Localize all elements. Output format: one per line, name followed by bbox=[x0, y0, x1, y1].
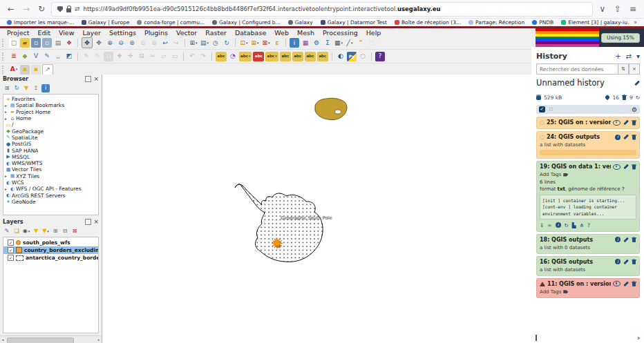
drag-items-icon[interactable]: ∷ bbox=[549, 106, 553, 112]
back-button[interactable]: ← bbox=[6, 4, 17, 14]
add-selected-layers-icon[interactable]: ⊞ bbox=[3, 84, 11, 92]
history-item[interactable]: ◌ 18: QGIS outputs bbox=[536, 234, 640, 254]
undo-icon[interactable]: ↶ bbox=[187, 52, 197, 61]
new-print-layout-icon[interactable]: ▤ bbox=[53, 38, 63, 48]
collapse-all-layers-icon[interactable]: ⊟ bbox=[61, 227, 69, 235]
bookmarks-overflow-icon[interactable]: » bbox=[634, 19, 637, 26]
label-stop-icon[interactable]: abc bbox=[253, 52, 264, 61]
new-shapefile-layer-icon[interactable]: V bbox=[31, 52, 41, 61]
delete-dataset-icon[interactable] bbox=[632, 135, 636, 140]
layer-checkbox[interactable] bbox=[8, 255, 14, 261]
display-dataset-icon[interactable] bbox=[613, 281, 621, 286]
bookmark-item[interactable]: Element [3] | galaxy-iu... bbox=[561, 19, 629, 26]
zoom-to-selection-icon[interactable]: ⊙ bbox=[138, 38, 148, 48]
link-icon[interactable]: ∞ bbox=[547, 222, 551, 228]
edit-attributes-icon[interactable] bbox=[623, 120, 628, 125]
menu-item[interactable]: Vector bbox=[172, 29, 201, 37]
switch-history-icon[interactable]: ⇄ bbox=[626, 52, 632, 60]
menu-item[interactable]: View bbox=[55, 29, 79, 37]
open-project-icon[interactable]: ▰ bbox=[20, 38, 30, 48]
pin-labels-icon[interactable]: abc bbox=[265, 52, 278, 61]
osm-search-icon[interactable]: ◌ bbox=[358, 52, 368, 61]
cut-features-icon[interactable]: ✂ bbox=[148, 52, 158, 61]
refresh-map-icon[interactable]: ↻ bbox=[222, 38, 231, 48]
display-dataset-icon[interactable] bbox=[615, 259, 621, 264]
labeling-options-icon[interactable]: abc bbox=[239, 52, 252, 61]
scroll-right-icon[interactable]: ▸ bbox=[96, 337, 102, 342]
toolbar-handle[interactable] bbox=[2, 39, 6, 47]
expand-panel-icon[interactable]: › bbox=[637, 334, 640, 342]
browser-tree-item[interactable]: ▶ MSSQL bbox=[3, 154, 98, 160]
delete-dataset-icon[interactable] bbox=[632, 120, 636, 126]
layers-hscrollbar[interactable]: ◂ ▸ bbox=[0, 335, 102, 343]
edit-attributes-icon[interactable] bbox=[623, 259, 628, 264]
bookmark-item[interactable]: Boîte de réception (3... bbox=[395, 19, 461, 26]
library-icon[interactable]: ⇪ bbox=[612, 4, 623, 14]
identify-features-icon[interactable]: i bbox=[290, 38, 299, 48]
browser-tree-item[interactable]: ▭ / bbox=[3, 121, 98, 128]
paste-features-icon[interactable]: ▭ bbox=[170, 52, 180, 61]
delete-selected-icon[interactable]: ⊟ bbox=[137, 52, 146, 61]
zoom-next-icon[interactable]: ↪ bbox=[171, 38, 181, 48]
new-history-icon[interactable]: + bbox=[615, 52, 621, 60]
history-item-title[interactable]: 25: QGIS on : version.txt bbox=[547, 119, 611, 126]
edit-attributes-icon[interactable] bbox=[623, 164, 628, 169]
layer-diagram-icon[interactable]: ◔ bbox=[228, 52, 238, 61]
processing-toolbox-icon[interactable]: ⚙ bbox=[312, 38, 321, 48]
add-group-icon[interactable]: ❏ bbox=[12, 227, 21, 235]
browser-tree-item[interactable]: ▸ ▰ Project Home bbox=[3, 109, 98, 115]
display-dataset-icon[interactable] bbox=[615, 237, 621, 242]
python-console-icon[interactable]: Py bbox=[347, 52, 357, 61]
zoom-full-extent-icon[interactable]: ⊛ bbox=[127, 38, 137, 48]
help-icon[interactable]: ? bbox=[587, 222, 590, 228]
history-name[interactable]: Unnamed history bbox=[536, 78, 634, 88]
layer-checkbox[interactable] bbox=[8, 247, 14, 253]
zoom-out-icon[interactable]: ⊖ bbox=[116, 38, 126, 48]
browser-tree-item[interactable]: ◐ WCS bbox=[3, 179, 98, 186]
bookmark-item[interactable]: PNDB bbox=[532, 19, 553, 26]
expand-all-icon[interactable]: ⊞ bbox=[51, 227, 59, 235]
save-project-as-icon[interactable]: ▫ bbox=[42, 38, 52, 48]
select-features-icon[interactable]: ⊡ bbox=[239, 38, 249, 48]
select-by-expression-icon[interactable]: ε bbox=[272, 38, 282, 48]
layer-properties-icon[interactable]: i bbox=[41, 84, 50, 92]
visualize-icon[interactable]: ▙ bbox=[572, 222, 576, 228]
menu-item[interactable]: Settings bbox=[105, 29, 140, 37]
float-panel-icon[interactable] bbox=[85, 76, 91, 82]
new-geopackage-layer-icon[interactable]: ◆ bbox=[20, 52, 30, 61]
close-panel-icon[interactable]: × bbox=[93, 77, 99, 81]
map-canvas[interactable]: Geographic South Pole bbox=[102, 75, 531, 343]
quota-usage-badge[interactable]: Using 15% bbox=[601, 33, 640, 43]
edit-attributes-icon[interactable] bbox=[623, 282, 628, 286]
shown-count[interactable]: 16 bbox=[612, 95, 619, 101]
bookmark-item[interactable]: Importer les marque-... bbox=[7, 19, 74, 26]
new-map-view-icon[interactable]: ⊞ bbox=[189, 38, 198, 48]
style-manager-icon[interactable]: ❖ bbox=[64, 38, 74, 48]
scroll-left-icon[interactable]: ◂ bbox=[0, 337, 6, 342]
pan-to-selection-icon[interactable]: ✥ bbox=[94, 38, 104, 48]
pan-map-icon[interactable]: ✥ bbox=[82, 37, 93, 48]
table-views-icon[interactable]: ▦ bbox=[334, 38, 343, 48]
tool-icon[interactable] bbox=[371, 52, 372, 61]
layer-labeling-icon[interactable]: abc bbox=[216, 52, 227, 61]
history-item-title[interactable]: 19: QGIS on data 1: version.txt bbox=[540, 164, 611, 170]
history-item[interactable]: ◌ 19: QGIS on data 1: version.txt Add Ta… bbox=[536, 161, 640, 232]
related-datasets-icon[interactable]: ⋔ bbox=[580, 222, 584, 228]
delete-dataset-icon[interactable] bbox=[632, 164, 636, 170]
browser-tree-item[interactable]: ▸ ◐ WFS / OGC API - Features bbox=[3, 186, 98, 192]
display-dataset-icon[interactable] bbox=[613, 120, 621, 126]
spatial-bookmarks-icon[interactable]: ▤ bbox=[200, 38, 209, 48]
layer-item[interactable]: country_borders_excluding_antarctica bbox=[3, 246, 98, 254]
tracking-shield-icon[interactable] bbox=[57, 6, 63, 12]
menu-item[interactable]: Database bbox=[231, 29, 270, 37]
lock-extent-icon[interactable]: ▪ bbox=[31, 65, 41, 75]
filter-browser-icon[interactable]: ▼ bbox=[22, 84, 30, 92]
advanced-search-icon[interactable]: ⇅ bbox=[618, 63, 629, 75]
elevation-profile-icon[interactable]: ↗ bbox=[42, 64, 53, 75]
menu-item[interactable]: Layer bbox=[78, 29, 105, 37]
annotations-icon[interactable]: A bbox=[9, 65, 19, 75]
history-item-title[interactable]: 24: QGIS outputs bbox=[547, 134, 613, 140]
browser-tree-item[interactable]: ▸ ▤ Spatial Bookmarks bbox=[3, 102, 98, 108]
url-bar[interactable]: ⇄ https://49ad9df0fb9951ea-d90c5915126c4… bbox=[51, 2, 593, 17]
browser-tree-item[interactable]: ▦ Vector Tiles bbox=[3, 166, 98, 173]
